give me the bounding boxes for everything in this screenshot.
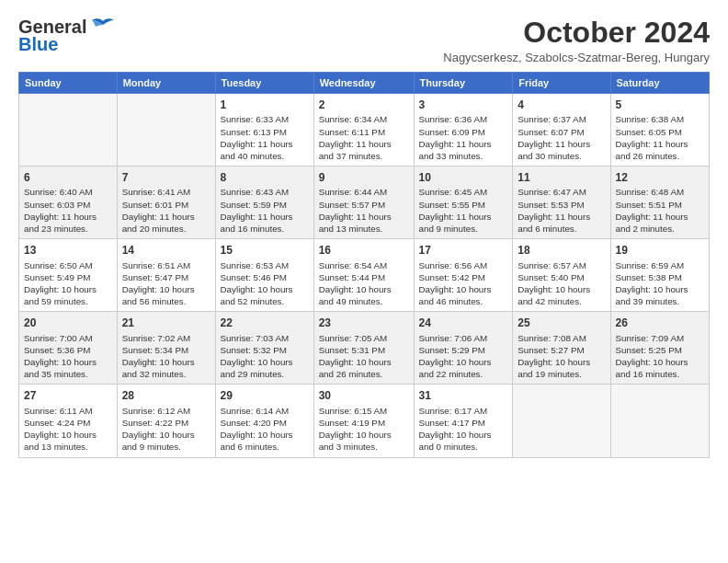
day-info: Sunrise: 7:00 AM Sunset: 5:36 PM Dayligh… xyxy=(24,332,112,381)
day-number: 4 xyxy=(518,98,605,112)
day-number: 9 xyxy=(319,170,409,185)
day-number: 16 xyxy=(319,243,409,258)
day-number: 5 xyxy=(616,98,705,112)
day-number: 2 xyxy=(319,98,409,112)
calendar-cell: 25Sunrise: 7:08 AM Sunset: 5:27 PM Dayli… xyxy=(513,312,610,385)
calendar-week-2: 6Sunrise: 6:40 AM Sunset: 6:03 PM Daylig… xyxy=(19,167,710,239)
calendar-cell: 26Sunrise: 7:09 AM Sunset: 5:25 PM Dayli… xyxy=(610,312,710,385)
day-number: 23 xyxy=(319,316,409,330)
col-saturday: Saturday xyxy=(610,73,710,94)
calendar-cell: 9Sunrise: 6:44 AM Sunset: 5:57 PM Daylig… xyxy=(313,167,414,239)
day-number: 11 xyxy=(518,170,605,185)
day-info: Sunrise: 7:05 AM Sunset: 5:31 PM Dayligh… xyxy=(319,332,409,381)
col-tuesday: Tuesday xyxy=(215,73,313,94)
col-wednesday: Wednesday xyxy=(313,73,414,94)
day-info: Sunrise: 6:56 AM Sunset: 5:42 PM Dayligh… xyxy=(419,259,508,308)
calendar-header-row: Sunday Monday Tuesday Wednesday Thursday… xyxy=(19,73,710,94)
calendar-cell: 21Sunrise: 7:02 AM Sunset: 5:34 PM Dayli… xyxy=(117,312,215,385)
day-info: Sunrise: 6:43 AM Sunset: 5:59 PM Dayligh… xyxy=(221,186,309,235)
day-info: Sunrise: 6:53 AM Sunset: 5:46 PM Dayligh… xyxy=(221,259,309,308)
day-number: 21 xyxy=(122,316,210,330)
calendar-cell: 12Sunrise: 6:48 AM Sunset: 5:51 PM Dayli… xyxy=(610,167,710,239)
col-friday: Friday xyxy=(513,73,610,94)
day-number: 19 xyxy=(616,243,705,258)
day-number: 3 xyxy=(419,98,508,112)
day-number: 30 xyxy=(319,388,409,403)
page: General Blue October 2024 Nagycserkesz, … xyxy=(0,0,728,467)
day-number: 1 xyxy=(221,98,309,112)
day-number: 10 xyxy=(419,170,508,185)
day-info: Sunrise: 6:33 AM Sunset: 6:13 PM Dayligh… xyxy=(221,113,309,162)
calendar-cell: 6Sunrise: 6:40 AM Sunset: 6:03 PM Daylig… xyxy=(19,167,118,239)
calendar-cell: 7Sunrise: 6:41 AM Sunset: 6:01 PM Daylig… xyxy=(117,167,215,239)
header-row: General Blue October 2024 Nagycserkesz, … xyxy=(18,17,710,64)
day-number: 28 xyxy=(122,388,210,403)
day-info: Sunrise: 6:15 AM Sunset: 4:19 PM Dayligh… xyxy=(319,405,409,454)
day-info: Sunrise: 6:51 AM Sunset: 5:47 PM Dayligh… xyxy=(122,259,210,308)
calendar-cell: 22Sunrise: 7:03 AM Sunset: 5:32 PM Dayli… xyxy=(215,312,313,385)
day-info: Sunrise: 6:37 AM Sunset: 6:07 PM Dayligh… xyxy=(518,113,605,162)
location-subtitle: Nagycserkesz, Szabolcs-Szatmar-Bereg, Hu… xyxy=(443,51,710,64)
day-number: 26 xyxy=(616,316,705,330)
day-number: 13 xyxy=(24,243,112,258)
calendar-week-5: 27Sunrise: 6:11 AM Sunset: 4:24 PM Dayli… xyxy=(19,385,710,457)
day-number: 18 xyxy=(518,243,605,258)
calendar-cell: 24Sunrise: 7:06 AM Sunset: 5:29 PM Dayli… xyxy=(414,312,513,385)
calendar-table: Sunday Monday Tuesday Wednesday Thursday… xyxy=(18,72,710,457)
day-number: 15 xyxy=(221,243,309,258)
day-info: Sunrise: 6:14 AM Sunset: 4:20 PM Dayligh… xyxy=(221,405,309,454)
day-number: 7 xyxy=(122,170,210,185)
calendar-cell xyxy=(117,94,215,167)
calendar-body: 1Sunrise: 6:33 AM Sunset: 6:13 PM Daylig… xyxy=(19,94,710,457)
day-number: 17 xyxy=(419,243,508,258)
title-block: October 2024 Nagycserkesz, Szabolcs-Szat… xyxy=(443,17,710,64)
calendar-cell: 16Sunrise: 6:54 AM Sunset: 5:44 PM Dayli… xyxy=(313,239,414,312)
calendar-cell: 20Sunrise: 7:00 AM Sunset: 5:36 PM Dayli… xyxy=(19,312,118,385)
calendar-cell: 14Sunrise: 6:51 AM Sunset: 5:47 PM Dayli… xyxy=(117,239,215,312)
logo-bird-icon xyxy=(90,17,116,38)
calendar-cell: 15Sunrise: 6:53 AM Sunset: 5:46 PM Dayli… xyxy=(215,239,313,312)
day-number: 29 xyxy=(221,388,309,403)
calendar-cell: 31Sunrise: 6:17 AM Sunset: 4:17 PM Dayli… xyxy=(414,385,513,457)
calendar-week-3: 13Sunrise: 6:50 AM Sunset: 5:49 PM Dayli… xyxy=(19,239,710,312)
day-info: Sunrise: 6:54 AM Sunset: 5:44 PM Dayligh… xyxy=(319,259,409,308)
calendar-cell: 28Sunrise: 6:12 AM Sunset: 4:22 PM Dayli… xyxy=(117,385,215,457)
calendar-cell: 23Sunrise: 7:05 AM Sunset: 5:31 PM Dayli… xyxy=(313,312,414,385)
day-info: Sunrise: 6:47 AM Sunset: 5:53 PM Dayligh… xyxy=(518,186,605,235)
day-info: Sunrise: 6:59 AM Sunset: 5:38 PM Dayligh… xyxy=(616,259,705,308)
day-number: 12 xyxy=(616,170,705,185)
calendar-cell: 5Sunrise: 6:38 AM Sunset: 6:05 PM Daylig… xyxy=(610,94,710,167)
month-title: October 2024 xyxy=(443,17,710,49)
calendar-cell: 29Sunrise: 6:14 AM Sunset: 4:20 PM Dayli… xyxy=(215,385,313,457)
calendar-cell: 11Sunrise: 6:47 AM Sunset: 5:53 PM Dayli… xyxy=(513,167,610,239)
calendar-cell xyxy=(610,385,710,457)
col-sunday: Sunday xyxy=(19,73,118,94)
day-info: Sunrise: 7:08 AM Sunset: 5:27 PM Dayligh… xyxy=(518,332,605,381)
day-number: 22 xyxy=(221,316,309,330)
day-info: Sunrise: 6:17 AM Sunset: 4:17 PM Dayligh… xyxy=(419,405,508,454)
day-info: Sunrise: 6:44 AM Sunset: 5:57 PM Dayligh… xyxy=(319,186,409,235)
calendar-cell: 13Sunrise: 6:50 AM Sunset: 5:49 PM Dayli… xyxy=(19,239,118,312)
day-number: 31 xyxy=(419,388,508,403)
calendar-cell: 17Sunrise: 6:56 AM Sunset: 5:42 PM Dayli… xyxy=(414,239,513,312)
day-info: Sunrise: 7:02 AM Sunset: 5:34 PM Dayligh… xyxy=(122,332,210,381)
day-info: Sunrise: 6:34 AM Sunset: 6:11 PM Dayligh… xyxy=(319,113,409,162)
col-monday: Monday xyxy=(117,73,215,94)
calendar-cell: 3Sunrise: 6:36 AM Sunset: 6:09 PM Daylig… xyxy=(414,94,513,167)
calendar-cell: 8Sunrise: 6:43 AM Sunset: 5:59 PM Daylig… xyxy=(215,167,313,239)
day-number: 20 xyxy=(24,316,112,330)
day-info: Sunrise: 6:40 AM Sunset: 6:03 PM Dayligh… xyxy=(24,186,112,235)
calendar-cell: 10Sunrise: 6:45 AM Sunset: 5:55 PM Dayli… xyxy=(414,167,513,239)
calendar-cell xyxy=(513,385,610,457)
day-number: 6 xyxy=(24,170,112,185)
logo: General Blue xyxy=(18,17,116,55)
day-number: 25 xyxy=(518,316,605,330)
day-info: Sunrise: 7:03 AM Sunset: 5:32 PM Dayligh… xyxy=(221,332,309,381)
calendar-week-4: 20Sunrise: 7:00 AM Sunset: 5:36 PM Dayli… xyxy=(19,312,710,385)
day-info: Sunrise: 6:57 AM Sunset: 5:40 PM Dayligh… xyxy=(518,259,605,308)
calendar-cell: 2Sunrise: 6:34 AM Sunset: 6:11 PM Daylig… xyxy=(313,94,414,167)
day-info: Sunrise: 6:50 AM Sunset: 5:49 PM Dayligh… xyxy=(24,259,112,308)
logo-blue: Blue xyxy=(18,34,58,55)
day-info: Sunrise: 7:09 AM Sunset: 5:25 PM Dayligh… xyxy=(616,332,705,381)
day-info: Sunrise: 6:38 AM Sunset: 6:05 PM Dayligh… xyxy=(616,113,705,162)
